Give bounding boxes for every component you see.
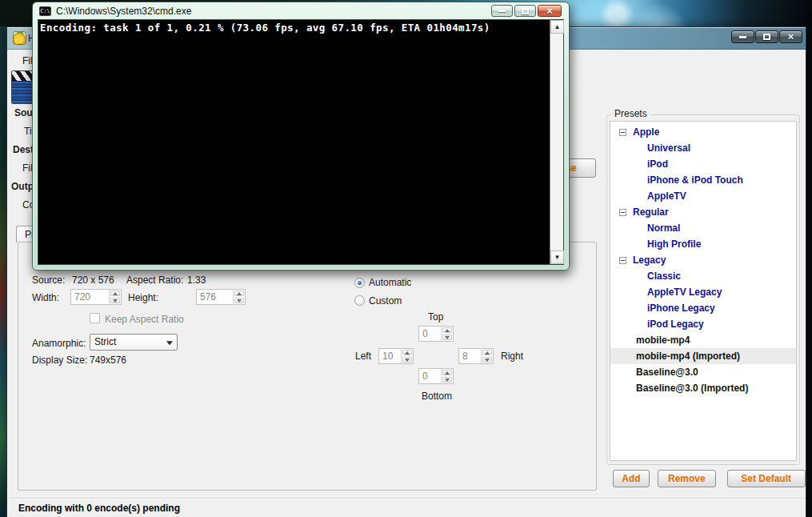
width-label: Width: [32,292,59,303]
presets-tree[interactable]: Apple Universal iPod iPhone & iPod Touch [610,121,797,461]
crop-custom-label: Custom [369,295,402,307]
preset-item-label: Normal [647,220,680,236]
expander-minus-icon[interactable] [619,209,626,216]
minimize-icon [739,36,746,38]
cmd-close-button[interactable]: × [538,5,562,17]
preset-item[interactable]: iPhone Legacy [610,300,796,316]
minimize-icon [498,10,506,12]
crop-automatic-radio[interactable] [354,278,365,288]
spin-down-icon[interactable] [482,357,492,363]
spin-up-icon[interactable] [442,370,452,375]
preset-buttons: Add Remove Set Default [613,470,806,487]
height-spinner-buttons[interactable] [233,290,245,304]
preset-item[interactable]: iPod [610,156,796,172]
spin-down-icon[interactable] [442,335,452,340]
preset-item[interactable]: High Profile [610,236,796,252]
crop-custom-radio[interactable] [354,295,365,306]
console-scrollbar[interactable]: ▲ ▼ [550,20,563,264]
scroll-down-icon[interactable]: ▼ [550,250,564,264]
spin-up-icon[interactable] [234,291,244,296]
anamorphic-dropdown[interactable]: Strict [90,334,178,351]
scroll-up-icon[interactable]: ▲ [550,20,564,34]
crop-left-label: Left [355,351,371,362]
spin-up-icon[interactable] [110,291,120,296]
minimize-button[interactable] [731,30,754,43]
crop-left-spinner[interactable]: 10 [378,348,414,364]
maximize-icon [522,8,529,14]
preset-item-label: Universal [647,140,690,156]
preset-item[interactable]: mobile-mp4 (Imported) [610,348,796,364]
cmd-maximize-button[interactable] [514,5,536,17]
cmd-window-title: C:\Windows\System32\cmd.exe [56,6,191,17]
crop-right-spinner-buttons[interactable] [481,349,493,363]
preset-item-label: mobile-mp4 [636,332,690,348]
handbrake-logo-icon [13,31,26,45]
preset-item[interactable]: mobile-mp4 [610,332,796,348]
crop-top-spinner-buttons[interactable] [441,327,453,341]
crop-top-label: Top [428,311,443,323]
preset-item-label: Legacy [633,252,666,268]
preset-item[interactable]: Baseline@3.0 (Imported) [610,380,796,396]
preset-item[interactable]: AppleTV Legacy [610,284,796,300]
remove-preset-button[interactable]: Remove [658,470,716,487]
chevron-down-icon[interactable] [162,335,177,350]
height-spinner[interactable]: 576 [196,289,246,305]
preset-item-label: AppleTV [647,188,686,204]
close-icon: × [546,6,553,15]
preset-item-label: iPod Legacy [647,316,704,332]
expander-minus-icon[interactable] [619,257,626,264]
preset-item[interactable]: Apple [610,124,796,140]
crop-bottom-spinner-buttons[interactable] [441,369,453,383]
close-button[interactable]: × [779,30,802,43]
set-default-button[interactable]: Set Default [727,470,806,487]
keep-aspect-ratio-checkbox[interactable] [90,313,100,323]
desktop-wallpaper-right-strip [806,26,812,517]
spin-up-icon[interactable] [402,350,412,355]
preset-item[interactable]: Classic [610,268,796,284]
preset-item[interactable]: iPod Legacy [610,316,796,332]
cmd-titlebar[interactable]: C:\ C:\Windows\System32\cmd.exe × [33,2,569,19]
crop-automatic-label: Automatic [369,277,411,288]
crop-right-label: Right [501,351,523,362]
crop-top-value: 0 [419,327,441,341]
picture-source-label: Source: [32,275,65,286]
preset-item-label: Regular [633,204,669,220]
display-size-value: 749x576 [90,355,126,366]
preset-item[interactable]: Universal [610,140,796,156]
preset-item-label: Classic [647,268,681,284]
presets-caption: Presets [611,108,650,119]
spin-up-icon[interactable] [442,327,452,333]
spin-down-icon[interactable] [442,377,452,383]
preset-item-label: Baseline@3.0 [636,364,698,380]
width-spinner[interactable]: 720 [70,289,122,305]
expander-minus-icon[interactable] [619,129,626,136]
preset-item[interactable]: Regular [610,204,796,220]
preset-item[interactable]: Legacy [610,252,796,268]
cmd-window: C:\ C:\Windows\System32\cmd.exe × Encodi… [32,2,570,271]
width-spinner-buttons[interactable] [109,290,121,304]
crop-bottom-value: 0 [419,369,441,383]
maximize-button[interactable] [755,30,778,43]
crop-left-spinner-buttons[interactable] [401,349,413,363]
spin-down-icon[interactable] [110,298,120,303]
desktop: Handbrake × File Source: Title: Destinat… [0,0,812,517]
spin-up-icon[interactable] [482,350,492,355]
cmd-window-controls: × [491,5,562,17]
crop-right-spinner[interactable]: 8 [458,348,494,364]
crop-bottom-spinner[interactable]: 0 [418,368,454,384]
preset-item[interactable]: AppleTV [610,188,796,204]
crop-left-value: 10 [379,349,401,363]
preset-item[interactable]: Baseline@3.0 [610,364,796,380]
crop-top-spinner[interactable]: 0 [418,326,454,342]
anamorphic-value: Strict [90,335,162,350]
preset-item[interactable]: Normal [610,220,796,236]
preset-item[interactable]: iPhone & iPod Touch [610,172,796,188]
anamorphic-label: Anamorphic: [32,338,86,349]
add-preset-button[interactable]: Add [613,470,650,487]
preset-item-label: High Profile [647,236,701,252]
close-icon: × [788,32,794,42]
preset-item-label: iPhone Legacy [647,300,715,316]
spin-down-icon[interactable] [402,357,412,363]
spin-down-icon[interactable] [234,298,244,303]
cmd-minimize-button[interactable] [491,5,513,17]
